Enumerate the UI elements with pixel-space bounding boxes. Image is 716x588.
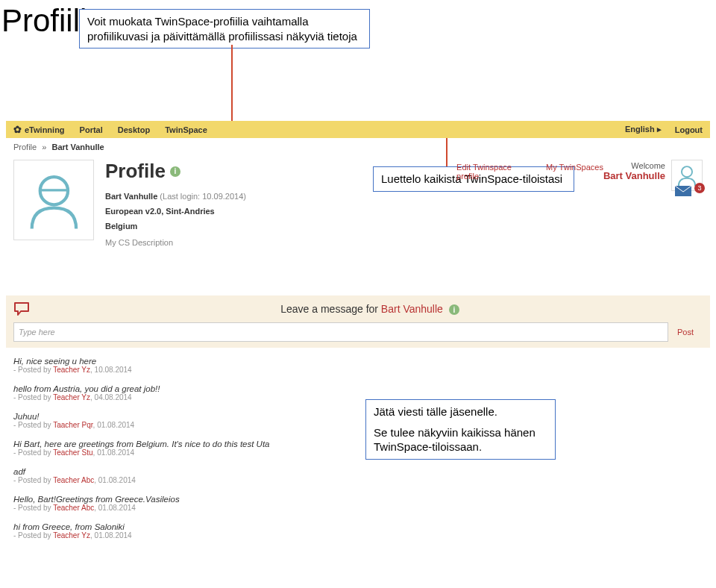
topnav: Portal Desktop TwinSpace: [80, 125, 207, 134]
info-icon[interactable]: i: [449, 304, 459, 315]
avatar-small[interactable]: 3: [671, 160, 703, 191]
welcome-name[interactable]: Bart Vanhulle: [603, 170, 665, 181]
profile-heading: Profile: [105, 160, 166, 183]
message-item: hi from Greece, from Saloniki- Posted by…: [13, 517, 703, 545]
message-author[interactable]: Teacher Yz: [53, 366, 90, 374]
breadcrumb-profile[interactable]: Profile: [13, 143, 37, 151]
message-date: 01.08.2014: [98, 504, 136, 512]
message-item: adf- Posted by Teacher Abc, 01.08.2014: [13, 462, 703, 490]
welcome-block: Welcome Bart Vanhulle: [603, 160, 665, 181]
svg-point-2: [682, 166, 692, 177]
message-date: 01.08.2014: [97, 421, 134, 429]
message-date: 10.08.2014: [95, 366, 132, 374]
message-author[interactable]: Teacher Abc: [53, 476, 94, 484]
lang-selector[interactable]: English ▸: [625, 125, 662, 134]
profile-description: My CS Description: [105, 238, 445, 247]
message-date: 01.08.2014: [97, 448, 134, 457]
annotation-edit-profile: Voit muokata TwinSpace-profiilia vaihtam…: [79, 9, 370, 49]
message-author[interactable]: Teacher Abc: [53, 504, 94, 512]
message-meta: - Posted by Taacher Pqr, 01.08.2014: [13, 421, 703, 429]
message-date: 04.08.2014: [95, 393, 132, 401]
profile-last-login: (Last login: 10.09.2014): [160, 192, 246, 201]
post-button[interactable]: Post: [668, 328, 703, 337]
message-text: hello from Austria, you did a great job!…: [13, 384, 703, 393]
mail-icon[interactable]: [675, 186, 691, 196]
my-twinspaces-link[interactable]: My TwinSpaces: [546, 163, 603, 181]
nav-desktop[interactable]: Desktop: [118, 125, 150, 134]
message-meta: - Posted by Teacher Stu, 01.08.2014: [13, 448, 703, 457]
message-item: Hi Bart, here are greetings from Belgium…: [13, 434, 703, 462]
brand-icon: ✿: [13, 124, 22, 135]
message-meta: - Posted by Teacher Abc, 01.08.2014: [13, 504, 703, 512]
avatar-icon: [22, 169, 86, 232]
message-prompt: Leave a message for: [280, 303, 381, 315]
message-item: hello from Austria, you did a great job!…: [13, 379, 703, 407]
message-text: Hi Bart, here are greetings from Belgium…: [13, 440, 703, 448]
annotation-line-1: [231, 45, 233, 133]
message-meta: - Posted by Teacher Yz, 04.08.2014: [13, 393, 703, 401]
nav-portal[interactable]: Portal: [80, 125, 103, 134]
message-text: adf: [13, 467, 703, 476]
message-item: Juhuu!- Posted by Taacher Pqr, 01.08.201…: [13, 407, 703, 434]
profile-name: Bart Vanhulle: [105, 192, 157, 201]
profile-country: Belgium: [105, 222, 137, 231]
message-author[interactable]: Teacher Yz: [53, 531, 90, 539]
info-icon[interactable]: i: [170, 166, 180, 177]
message-meta: - Posted by Teacher Yz, 10.08.2014: [13, 366, 703, 374]
message-item: Hi, nice seeing u here- Posted by Teache…: [13, 351, 703, 379]
topbar: ✿ eTwinning Portal Desktop TwinSpace Eng…: [6, 121, 710, 138]
message-recipient: Bart Vanhulle: [381, 303, 443, 315]
message-input[interactable]: Type here: [13, 322, 668, 342]
message-text: Hi, nice seeing u here: [13, 357, 703, 366]
message-author[interactable]: Taacher Pqr: [53, 421, 92, 429]
message-text: hi from Greece, from Saloniki: [13, 522, 703, 531]
message-date: 01.08.2014: [95, 531, 132, 539]
profile-info: Profile i Bart Vanhulle (Last login: 10.…: [94, 160, 456, 247]
notification-badge[interactable]: 3: [694, 183, 705, 193]
app-frame: ✿ eTwinning Portal Desktop TwinSpace Eng…: [6, 121, 710, 548]
speech-bubble-icon: [13, 301, 30, 316]
chevron-right-icon: ▸: [657, 125, 662, 134]
brand-text: eTwinning: [25, 125, 65, 134]
message-item: Hello, Bart!Greetings from Greece.Vasile…: [13, 490, 703, 517]
message-author[interactable]: Teacher Yz: [53, 393, 90, 401]
message-date: 01.08.2014: [98, 476, 136, 484]
logout-link[interactable]: Logout: [675, 125, 703, 134]
profile-school: European v2.0, Sint-Andries: [105, 207, 215, 216]
brand-logo[interactable]: ✿ eTwinning: [13, 124, 65, 135]
edit-twinspace-profile-link[interactable]: Edit Twinspace profile: [456, 163, 524, 181]
message-section: Leave a message for Bart Vanhulle i Type…: [6, 295, 710, 348]
messages-list: Hi, nice seeing u here- Posted by Teache…: [6, 348, 710, 548]
profile-main: Profile i Bart Vanhulle (Last login: 10.…: [6, 156, 710, 251]
breadcrumb-current: Bart Vanhulle: [51, 143, 104, 151]
message-meta: - Posted by Teacher Yz, 01.08.2014: [13, 531, 703, 539]
message-text: Juhuu!: [13, 412, 703, 421]
message-meta: - Posted by Teacher Abc, 01.08.2014: [13, 476, 703, 484]
avatar-large: [13, 160, 94, 240]
message-text: Hello, Bart!Greetings from Greece.Vasile…: [13, 495, 703, 504]
message-author[interactable]: Teacher Stu: [53, 448, 92, 457]
breadcrumb-sep: »: [39, 143, 49, 151]
profile-links: Edit Twinspace profile My TwinSpaces: [456, 160, 603, 181]
welcome-label: Welcome: [603, 161, 665, 170]
breadcrumb: Profile » Bart Vanhulle: [6, 138, 710, 156]
nav-twinspace[interactable]: TwinSpace: [165, 125, 207, 134]
